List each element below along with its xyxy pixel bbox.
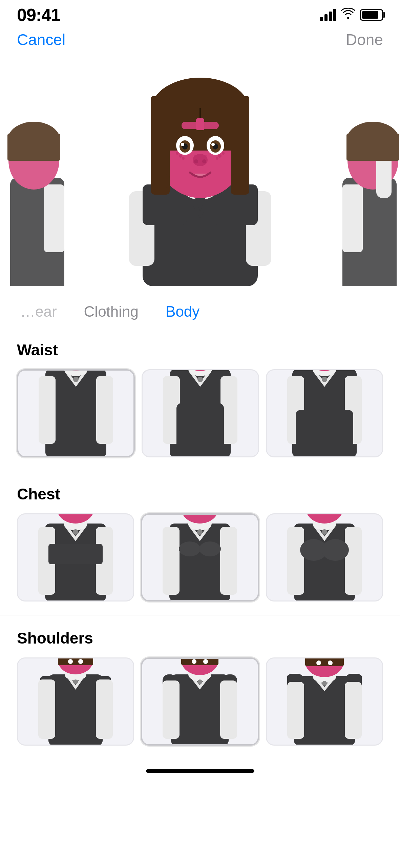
tab-bar: …ear Clothing Body bbox=[0, 296, 400, 327]
cancel-button[interactable]: Cancel bbox=[17, 31, 65, 49]
tab-body[interactable]: Body bbox=[166, 303, 199, 320]
svg-rect-108 bbox=[345, 527, 362, 595]
shoulders-title: Shoulders bbox=[17, 629, 383, 647]
svg-point-31 bbox=[211, 143, 215, 146]
svg-point-139 bbox=[192, 659, 196, 664]
home-indicator bbox=[146, 769, 254, 773]
svg-point-151 bbox=[316, 660, 321, 665]
chest-options bbox=[17, 513, 383, 601]
svg-point-102 bbox=[202, 513, 208, 514]
svg-point-152 bbox=[328, 660, 333, 665]
signal-icon bbox=[320, 9, 336, 21]
svg-rect-121 bbox=[38, 679, 55, 739]
svg-point-141 bbox=[197, 679, 202, 684]
shoulders-section: Shoulders bbox=[0, 615, 400, 759]
svg-point-27 bbox=[181, 143, 184, 146]
shoulders-option-1[interactable] bbox=[17, 657, 134, 746]
svg-rect-1 bbox=[44, 184, 64, 252]
svg-rect-96 bbox=[220, 527, 237, 595]
chest-title: Chest bbox=[17, 485, 383, 503]
svg-rect-95 bbox=[163, 527, 180, 595]
chest-option-1[interactable] bbox=[17, 513, 134, 601]
svg-point-39 bbox=[222, 152, 225, 155]
shoulders-options bbox=[17, 657, 383, 746]
svg-point-37 bbox=[182, 157, 185, 160]
wifi-icon bbox=[341, 8, 355, 22]
shoulders-option-3[interactable] bbox=[266, 657, 383, 746]
svg-rect-82 bbox=[296, 410, 353, 457]
svg-rect-4 bbox=[7, 134, 60, 161]
svg-point-129 bbox=[73, 679, 78, 684]
svg-rect-53 bbox=[96, 376, 113, 444]
svg-point-34 bbox=[202, 159, 206, 163]
chest-section: Chest bbox=[0, 471, 400, 615]
svg-point-41 bbox=[194, 155, 196, 157]
avatar-side-left bbox=[0, 110, 61, 286]
svg-point-153 bbox=[322, 681, 327, 686]
svg-rect-93 bbox=[48, 544, 103, 564]
svg-rect-150 bbox=[305, 657, 344, 666]
svg-point-92 bbox=[73, 529, 78, 535]
waist-options bbox=[17, 369, 383, 457]
svg-point-115 bbox=[322, 529, 327, 535]
svg-rect-46 bbox=[342, 184, 363, 252]
waist-option-1[interactable] bbox=[17, 369, 135, 457]
svg-point-103 bbox=[197, 529, 203, 535]
svg-point-60 bbox=[73, 377, 79, 382]
svg-rect-122 bbox=[96, 679, 113, 739]
waist-section: Waist bbox=[0, 327, 400, 471]
svg-rect-21 bbox=[151, 174, 170, 188]
svg-point-88 bbox=[57, 513, 94, 524]
svg-rect-71 bbox=[176, 403, 224, 457]
svg-rect-126 bbox=[58, 657, 93, 665]
done-button[interactable]: Done bbox=[346, 31, 383, 49]
chest-option-2[interactable] bbox=[141, 513, 259, 601]
svg-point-127 bbox=[68, 659, 73, 664]
svg-rect-133 bbox=[163, 680, 180, 739]
waist-option-3[interactable] bbox=[266, 369, 383, 457]
content-scroll: Waist bbox=[0, 327, 400, 759]
svg-point-70 bbox=[197, 377, 203, 382]
svg-point-111 bbox=[306, 513, 343, 524]
svg-rect-145 bbox=[287, 682, 304, 739]
avatar-side-right bbox=[339, 110, 400, 286]
svg-point-35 bbox=[179, 154, 182, 158]
svg-rect-44 bbox=[196, 118, 204, 130]
svg-point-33 bbox=[194, 159, 198, 163]
svg-point-40 bbox=[216, 157, 218, 160]
status-bar: 09:41 bbox=[0, 0, 400, 27]
svg-point-104 bbox=[179, 541, 201, 556]
svg-point-128 bbox=[78, 659, 83, 664]
svg-rect-138 bbox=[181, 657, 218, 665]
svg-point-36 bbox=[176, 152, 178, 155]
tab-headwear[interactable]: …ear bbox=[20, 303, 57, 320]
shoulders-option-2[interactable] bbox=[141, 657, 259, 746]
waist-title: Waist bbox=[17, 341, 383, 359]
battery-icon bbox=[360, 9, 383, 21]
svg-point-117 bbox=[322, 539, 349, 561]
svg-point-81 bbox=[322, 377, 327, 382]
svg-point-140 bbox=[203, 659, 208, 664]
svg-point-101 bbox=[192, 513, 197, 514]
svg-rect-107 bbox=[287, 527, 304, 595]
svg-rect-50 bbox=[346, 134, 399, 161]
svg-point-99 bbox=[181, 513, 218, 524]
chest-option-3[interactable] bbox=[266, 513, 383, 601]
svg-point-38 bbox=[218, 154, 222, 158]
status-time: 09:41 bbox=[17, 5, 60, 25]
svg-point-42 bbox=[204, 155, 207, 157]
svg-rect-22 bbox=[231, 174, 249, 188]
svg-rect-52 bbox=[39, 376, 56, 444]
svg-rect-146 bbox=[345, 682, 362, 739]
waist-option-2[interactable] bbox=[142, 369, 259, 457]
avatar-main bbox=[122, 69, 278, 286]
avatar-preview bbox=[0, 56, 400, 286]
tab-clothing[interactable]: Clothing bbox=[84, 303, 139, 320]
svg-point-105 bbox=[199, 541, 221, 556]
status-icons bbox=[320, 8, 383, 22]
nav-bar: Cancel Done bbox=[0, 27, 400, 56]
svg-rect-134 bbox=[220, 680, 237, 739]
